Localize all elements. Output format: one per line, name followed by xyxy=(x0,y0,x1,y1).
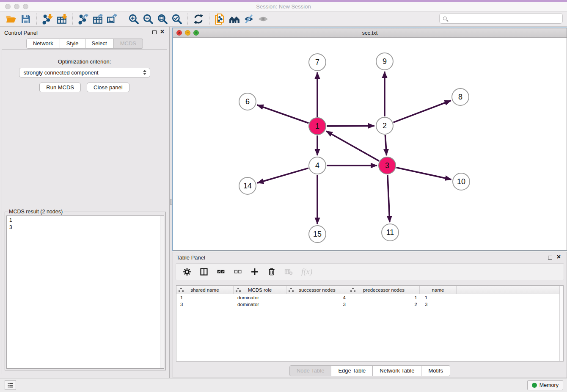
delete-button[interactable] xyxy=(267,268,276,276)
graph-edge-1-6[interactable] xyxy=(257,105,309,123)
table-cell[interactable]: 1 xyxy=(176,294,234,301)
import-network-button[interactable] xyxy=(40,13,55,25)
graph-edge-4-14[interactable] xyxy=(257,168,308,183)
control-panel-tabbar: NetworkStyleSelectMCDS xyxy=(0,39,169,49)
export-table-icon xyxy=(92,14,103,25)
graph-edge-1-2[interactable] xyxy=(327,126,374,126)
result-scrollbar[interactable] xyxy=(160,216,164,368)
column-header-successor-nodes[interactable]: successor nodes xyxy=(286,286,348,294)
zoom-fit-button[interactable] xyxy=(155,13,170,25)
sort-hierarchy-icon xyxy=(350,288,355,292)
graph-node-1[interactable]: 1 xyxy=(308,117,326,135)
graph-node-14[interactable]: 14 xyxy=(239,177,256,195)
export-table-button[interactable] xyxy=(91,13,105,25)
tab-mcds[interactable]: MCDS xyxy=(114,39,143,49)
float-panel-icon[interactable] xyxy=(152,30,157,34)
splitter-handle-icon[interactable] xyxy=(170,199,172,205)
graph-edge-2-8[interactable] xyxy=(394,101,451,123)
columns-button[interactable] xyxy=(200,268,208,276)
select-all-button[interactable] xyxy=(217,268,225,276)
panel-splitter[interactable] xyxy=(170,27,173,378)
table-cell[interactable]: 1 xyxy=(348,294,420,301)
mcds-result-area[interactable]: 1 3 xyxy=(6,215,164,369)
chevron-updown-icon xyxy=(143,70,146,75)
table-cell[interactable]: 3 xyxy=(286,301,348,308)
application-window: Session: New Session Control Panel × Net… xyxy=(0,0,567,392)
table-cell[interactable]: 1 xyxy=(420,294,457,301)
table-cell[interactable]: 3 xyxy=(420,301,457,308)
table-cell[interactable]: dominator xyxy=(234,294,286,301)
graph-edge-3-1[interactable] xyxy=(326,131,379,161)
table-tab-node-table[interactable]: Node Table xyxy=(289,365,332,376)
eye-button xyxy=(256,13,270,25)
open-session-icon xyxy=(6,14,17,25)
table-tab-edge-table[interactable]: Edge Table xyxy=(331,365,373,376)
table-tab-motifs[interactable]: Motifs xyxy=(421,365,450,376)
graph-node-8[interactable]: 8 xyxy=(451,88,469,106)
save-session-button[interactable] xyxy=(19,13,33,25)
import-table-button[interactable] xyxy=(55,13,69,25)
task-history-button[interactable] xyxy=(5,380,16,390)
graph-edge-3-11[interactable] xyxy=(388,175,390,222)
columns-icon xyxy=(200,268,208,276)
search-box[interactable] xyxy=(439,13,563,24)
open-session-button[interactable] xyxy=(4,13,19,25)
column-header-shared-name[interactable]: shared name xyxy=(176,286,234,294)
table-tab-network-table[interactable]: Network Table xyxy=(373,365,421,376)
hide-eye-button[interactable] xyxy=(242,13,256,25)
toolbar-separator xyxy=(187,14,188,25)
optimization-criterion-dropdown[interactable]: strongly connected component xyxy=(19,68,150,77)
tab-network[interactable]: Network xyxy=(26,39,60,49)
gear-button[interactable] xyxy=(183,268,191,276)
memory-button[interactable]: Memory xyxy=(527,380,563,390)
float-table-panel-icon[interactable] xyxy=(548,256,552,259)
houses-button[interactable] xyxy=(227,13,242,25)
graph-node-6[interactable]: 6 xyxy=(239,93,256,110)
add-button[interactable] xyxy=(250,268,259,276)
table-row[interactable]: 1dominator411 xyxy=(176,294,563,301)
network-canvas[interactable]: 7968124314101511 xyxy=(173,38,567,250)
column-label: shared name xyxy=(190,287,219,293)
table-cell[interactable]: 2 xyxy=(348,301,420,308)
document-network-button[interactable] xyxy=(213,13,227,25)
graph-node-9[interactable]: 9 xyxy=(376,52,394,70)
column-header-name[interactable]: name xyxy=(420,286,457,294)
tab-style[interactable]: Style xyxy=(60,39,85,49)
refresh-button[interactable] xyxy=(191,13,206,25)
zoom-out-button[interactable] xyxy=(141,13,155,25)
network-view-title: scc.txt xyxy=(173,30,567,36)
tab-select[interactable]: Select xyxy=(85,39,114,49)
export-image-button[interactable] xyxy=(105,13,119,25)
close-panel-button[interactable]: Close panel xyxy=(87,83,129,92)
run-mcds-button[interactable]: Run MCDS xyxy=(39,83,81,92)
column-header-MCDS-role[interactable]: MCDS role xyxy=(234,286,286,294)
toolbar-separator xyxy=(36,14,37,25)
graph-node-15[interactable]: 15 xyxy=(308,225,326,243)
table-cell[interactable]: 4 xyxy=(286,294,348,301)
zoom-in-button[interactable] xyxy=(127,13,141,25)
main-toolbar-icons xyxy=(4,13,270,25)
table-cell[interactable]: dominator xyxy=(234,301,286,308)
export-network-button[interactable] xyxy=(76,13,91,25)
search-icon xyxy=(443,17,447,20)
graph-node-4[interactable]: 4 xyxy=(308,157,326,174)
graph-edge-3-10[interactable] xyxy=(396,168,451,179)
graph-edge-2-3[interactable] xyxy=(385,135,386,155)
graph-node-7[interactable]: 7 xyxy=(308,53,326,71)
close-table-panel-icon[interactable]: × xyxy=(557,253,561,261)
mcds-result-values: 1 3 xyxy=(7,216,164,232)
column-header-predecessor-nodes[interactable]: predecessor nodes xyxy=(348,286,420,294)
graph-node-2[interactable]: 2 xyxy=(376,117,394,135)
search-input[interactable] xyxy=(449,14,562,23)
graph-node-10[interactable]: 10 xyxy=(452,173,470,190)
function-icon: f(x) xyxy=(301,267,312,276)
unselect-all-button[interactable] xyxy=(234,268,242,276)
graph-node-11[interactable]: 11 xyxy=(381,224,399,241)
close-panel-icon[interactable]: × xyxy=(160,28,164,36)
graph-node-3[interactable]: 3 xyxy=(378,157,396,174)
refresh-icon xyxy=(193,14,204,25)
table-scrollbar[interactable] xyxy=(559,286,563,361)
zoom-selected-button[interactable] xyxy=(170,13,184,25)
table-row[interactable]: 3dominator323 xyxy=(176,301,563,308)
table-cell[interactable]: 3 xyxy=(176,301,234,308)
